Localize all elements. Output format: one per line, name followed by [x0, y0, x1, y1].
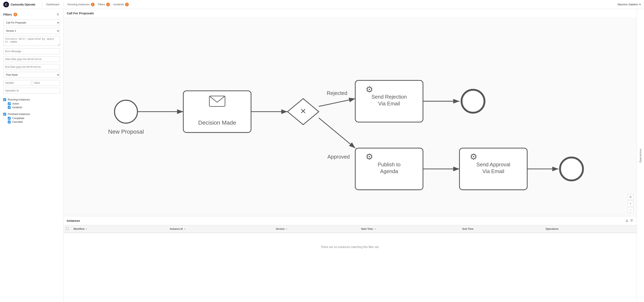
instances-actions: ⇊ ⇈	[625, 218, 633, 223]
variable-input[interactable]	[3, 80, 31, 86]
workflow-filter: Call For Proposals	[3, 20, 60, 26]
sidebar-header: Filters 0 K	[3, 12, 60, 17]
nav-divider-1	[42, 2, 42, 7]
select-all-header[interactable]	[64, 225, 71, 233]
user-menu[interactable]: Mauricio Salatino ▾	[618, 3, 641, 6]
workflow-sort-icon: ▾	[86, 228, 87, 230]
instances-section: Instances ⇊ ⇈ Workflow	[64, 216, 637, 302]
end-time-column-header[interactable]: End Time	[460, 225, 543, 233]
operation-id-filter	[3, 88, 60, 93]
send-rejection-line1: Send Rejection	[372, 94, 407, 100]
main-layout: Filters 0 K Call For Proposals Version 1	[0, 9, 644, 302]
completed-checkbox[interactable]	[8, 117, 11, 120]
sidebar-filters-badge: 0	[14, 13, 17, 16]
expand-instances-button[interactable]: ⇈	[630, 218, 633, 223]
send-approval-line1: Send Approval	[476, 162, 510, 167]
publish-line2: Agenda	[380, 168, 398, 174]
version-filter: Version 1	[3, 28, 60, 34]
logo-circle: C	[3, 2, 9, 7]
send-approval-line2: Via Email	[482, 168, 504, 174]
incidents-badge: 0	[125, 3, 129, 6]
start-time-column-header[interactable]: Start Time ▾	[359, 225, 460, 233]
end-date-input[interactable]	[3, 64, 60, 70]
start-event[interactable]	[114, 100, 137, 123]
instances-table: Workflow ▾ Instance Id ▾ Version ▾	[64, 225, 637, 233]
top-navigation: C Camunda Operate Dashboard Running Inst…	[0, 0, 644, 9]
content-area: Call For Proposals New Proposal Decision…	[64, 9, 637, 302]
instances-header: Instances ⇊ ⇈	[64, 216, 637, 225]
flow-arrow-rejected	[319, 99, 355, 106]
filters-sidebar: Filters 0 K Call For Proposals Version 1	[0, 9, 64, 302]
nav-filters[interactable]: Filters 0	[96, 3, 112, 6]
diagram-controls: ⊙ + −	[628, 194, 633, 213]
approved-label: Approved	[328, 154, 350, 160]
nav-incidents[interactable]: Incidents 0	[112, 3, 130, 6]
select-all-checkbox[interactable]	[66, 227, 68, 230]
gear-icon-rejection: ⚙	[366, 85, 373, 94]
zoom-in-button[interactable]: +	[628, 201, 633, 206]
instances-title: Instances	[67, 219, 80, 222]
running-instances-section: Running Instances Active Incidents	[3, 98, 60, 110]
incidents-filter-checkbox[interactable]	[8, 106, 11, 109]
start-time-sort-icon: ▾	[374, 228, 376, 230]
collapse-instances-button[interactable]: ⇊	[625, 218, 629, 223]
decision-made-label: Decision Made	[198, 119, 236, 126]
running-instances-checkbox[interactable]	[3, 98, 6, 101]
start-date-input[interactable]	[3, 56, 60, 62]
canceled-checkbox-row: Canceled	[8, 120, 60, 123]
value-input[interactable]	[32, 80, 60, 86]
reset-zoom-button[interactable]: ⊙	[628, 194, 633, 200]
table-header-row: Workflow ▾ Instance Id ▾ Version ▾	[64, 225, 637, 233]
operations-panel[interactable]: Operations	[637, 9, 644, 302]
finished-instances-checkbox[interactable]	[3, 113, 6, 116]
user-name: Mauricio Salatino	[618, 3, 638, 6]
bpmn-diagram: New Proposal Decision Made ✕	[64, 17, 637, 216]
zoom-out-button[interactable]: −	[628, 207, 633, 213]
workflow-column-header[interactable]: Workflow ▾	[71, 225, 168, 233]
end-date-filter	[3, 64, 60, 70]
flow-node-filter: Flow Node	[3, 72, 60, 78]
publish-line1: Publish to	[378, 162, 400, 167]
filters-badge: 0	[106, 3, 110, 6]
instance-ids-filter	[3, 36, 60, 46]
start-event-label: New Proposal	[108, 128, 144, 135]
instance-id-column-header[interactable]: Instance Id ▾	[168, 225, 273, 233]
finished-instances-checkbox-label[interactable]: Finished Instances	[3, 113, 60, 116]
diagram-canvas[interactable]: New Proposal Decision Made ✕	[64, 17, 637, 216]
instance-ids-input[interactable]	[3, 36, 60, 46]
error-message-input[interactable]	[3, 48, 60, 54]
variable-filter	[3, 80, 60, 86]
nav-running-instances[interactable]: Running Instances 0	[66, 3, 96, 6]
operation-id-input[interactable]	[3, 88, 60, 93]
gear-icon-publish: ⚙	[366, 152, 373, 161]
table-head: Workflow ▾ Instance Id ▾ Version ▾	[64, 225, 637, 233]
operations-label: Operations	[639, 149, 642, 163]
version-sort-icon: ▾	[286, 228, 287, 230]
active-checkbox-row: Active	[8, 102, 60, 105]
incidents-checkbox-row: Incidents	[8, 106, 60, 109]
sidebar-title: Filters 0	[3, 13, 17, 16]
nav-divider-2	[63, 2, 64, 7]
version-select[interactable]: Version 1	[3, 28, 60, 34]
end-event-1[interactable]	[462, 90, 484, 113]
app-logo[interactable]: C Camunda Operate	[3, 2, 36, 7]
running-instances-checkbox-label[interactable]: Running Instances	[3, 98, 60, 101]
flow-arrow-approved	[319, 118, 355, 148]
instance-id-sort-icon: ▾	[184, 228, 185, 230]
send-rejection-line2: Via Email	[378, 101, 400, 106]
workflow-select[interactable]: Call For Proposals	[3, 20, 60, 26]
finished-instances-section: Finished Instances Completed Canceled	[3, 113, 60, 124]
sidebar-collapse-button[interactable]: K	[56, 12, 60, 17]
version-column-header[interactable]: Version ▾	[273, 225, 358, 233]
instances-table-container: Workflow ▾ Instance Id ▾ Version ▾	[64, 225, 637, 302]
nav-dashboard[interactable]: Dashboard	[45, 3, 61, 6]
decision-made-task[interactable]	[183, 91, 251, 133]
canceled-checkbox[interactable]	[8, 120, 11, 123]
user-menu-chevron: ▾	[639, 3, 641, 6]
flow-node-select[interactable]: Flow Node	[3, 72, 60, 78]
app-name: Camunda Operate	[11, 3, 36, 6]
diagram-title: Call For Proposals	[64, 9, 637, 17]
completed-checkbox-row: Completed	[8, 117, 60, 120]
active-checkbox[interactable]	[8, 102, 11, 105]
end-event-2[interactable]	[560, 158, 583, 180]
